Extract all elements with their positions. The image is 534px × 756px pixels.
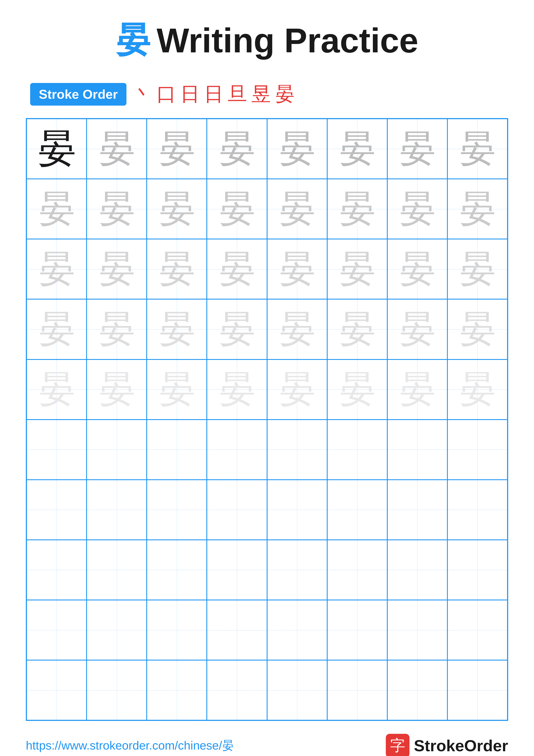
table-row[interactable]	[147, 419, 207, 480]
table-row[interactable]	[327, 540, 387, 600]
practice-char: 晏	[98, 311, 135, 348]
table-row[interactable]	[387, 419, 447, 480]
table-row[interactable]: 晏	[87, 239, 147, 299]
table-row[interactable]	[447, 600, 507, 660]
practice-char: 晏	[279, 371, 315, 408]
table-row[interactable]: 晏	[387, 179, 447, 239]
table-row[interactable]	[87, 660, 147, 720]
table-row[interactable]	[447, 540, 507, 600]
table-row[interactable]: 晏	[267, 360, 327, 419]
table-row[interactable]: 晏	[387, 360, 447, 419]
table-row[interactable]: 晏	[267, 179, 327, 239]
table-row[interactable]: 晏	[447, 360, 507, 419]
table-row[interactable]: 晏	[387, 299, 447, 359]
table-row[interactable]	[27, 480, 87, 540]
table-row[interactable]	[207, 480, 267, 540]
table-row[interactable]	[27, 540, 87, 600]
table-row[interactable]	[267, 480, 327, 540]
table-row[interactable]	[447, 480, 507, 540]
table-row[interactable]: 晏	[327, 360, 387, 419]
table-row[interactable]: 晏	[147, 299, 207, 359]
practice-char: 晏	[399, 131, 436, 167]
table-row[interactable]	[207, 600, 267, 660]
table-row[interactable]: 晏	[447, 239, 507, 299]
table-row[interactable]: 晏	[147, 179, 207, 239]
table-row[interactable]: 晏	[327, 119, 387, 179]
table-row[interactable]: 晏	[27, 239, 87, 299]
practice-char: 晏	[339, 371, 375, 408]
table-row[interactable]: 晏	[387, 239, 447, 299]
table-row[interactable]: 晏	[207, 239, 267, 299]
table-row[interactable]: 晏	[327, 239, 387, 299]
table-row[interactable]: 晏	[27, 119, 87, 179]
table-row[interactable]	[267, 540, 327, 600]
table-row[interactable]	[147, 480, 207, 540]
footer-logo-icon: 字	[386, 734, 410, 756]
table-row[interactable]	[387, 540, 447, 600]
practice-char: 晏	[98, 131, 135, 167]
table-row[interactable]	[27, 660, 87, 720]
practice-char: 晏	[339, 131, 375, 167]
practice-char: 晏	[459, 371, 496, 408]
practice-char: 晏	[98, 251, 135, 287]
table-row[interactable]: 晏	[447, 119, 507, 179]
table-row[interactable]: 晏	[327, 179, 387, 239]
table-row[interactable]	[207, 540, 267, 600]
table-row[interactable]	[327, 660, 387, 720]
table-row[interactable]	[267, 600, 327, 660]
practice-char: 晏	[38, 191, 75, 228]
table-row[interactable]: 晏	[207, 179, 267, 239]
table-row[interactable]	[87, 480, 147, 540]
practice-char: 晏	[159, 131, 195, 167]
title-text: Writing Practice	[157, 21, 418, 60]
table-row[interactable]	[267, 419, 327, 480]
table-row[interactable]	[387, 660, 447, 720]
table-row[interactable]	[147, 660, 207, 720]
table-row[interactable]: 晏	[267, 239, 327, 299]
table-row[interactable]	[87, 600, 147, 660]
table-row[interactable]	[147, 540, 207, 600]
table-row[interactable]	[87, 419, 147, 480]
table-row[interactable]	[447, 660, 507, 720]
table-row[interactable]: 晏	[207, 299, 267, 359]
table-row[interactable]: 晏	[207, 119, 267, 179]
table-row[interactable]	[27, 419, 87, 480]
table-row[interactable]: 晏	[147, 360, 207, 419]
table-row[interactable]: 晏	[87, 179, 147, 239]
table-row[interactable]	[387, 480, 447, 540]
table-row[interactable]: 晏	[87, 119, 147, 179]
table-row[interactable]: 晏	[27, 299, 87, 359]
table-row[interactable]: 晏	[447, 179, 507, 239]
table-row[interactable]: 晏	[267, 299, 327, 359]
practice-char: 晏	[38, 371, 75, 408]
table-row[interactable]	[447, 419, 507, 480]
practice-char: 晏	[459, 191, 496, 228]
table-row[interactable]	[27, 600, 87, 660]
table-row[interactable]	[147, 600, 207, 660]
table-row[interactable]: 晏	[27, 179, 87, 239]
table-row[interactable]: 晏	[267, 119, 327, 179]
table-row[interactable]	[87, 540, 147, 600]
table-row[interactable]: 晏	[87, 299, 147, 359]
table-row[interactable]: 晏	[207, 360, 267, 419]
footer-logo: 字 StrokeOrder	[386, 734, 508, 756]
table-row[interactable]: 晏	[87, 360, 147, 419]
practice-char: 晏	[399, 251, 436, 287]
practice-char: 晏	[459, 131, 496, 167]
table-row[interactable]	[327, 419, 387, 480]
table-row[interactable]: 晏	[387, 119, 447, 179]
table-row[interactable]	[207, 660, 267, 720]
table-row[interactable]	[327, 480, 387, 540]
table-row[interactable]	[327, 600, 387, 660]
table-row[interactable]	[267, 660, 327, 720]
table-row[interactable]: 晏	[147, 119, 207, 179]
stroke-order-row: Stroke Order 丶 口 日 日 旦 昱 晏	[30, 81, 294, 107]
practice-char: 晏	[219, 191, 255, 228]
table-row[interactable]	[207, 419, 267, 480]
table-row[interactable]: 晏	[147, 239, 207, 299]
stroke-order-chars: 丶 口 日 日 旦 昱 晏	[133, 81, 294, 107]
table-row[interactable]: 晏	[447, 299, 507, 359]
table-row[interactable]: 晏	[327, 299, 387, 359]
table-row[interactable]	[387, 600, 447, 660]
table-row[interactable]: 晏	[27, 360, 87, 419]
